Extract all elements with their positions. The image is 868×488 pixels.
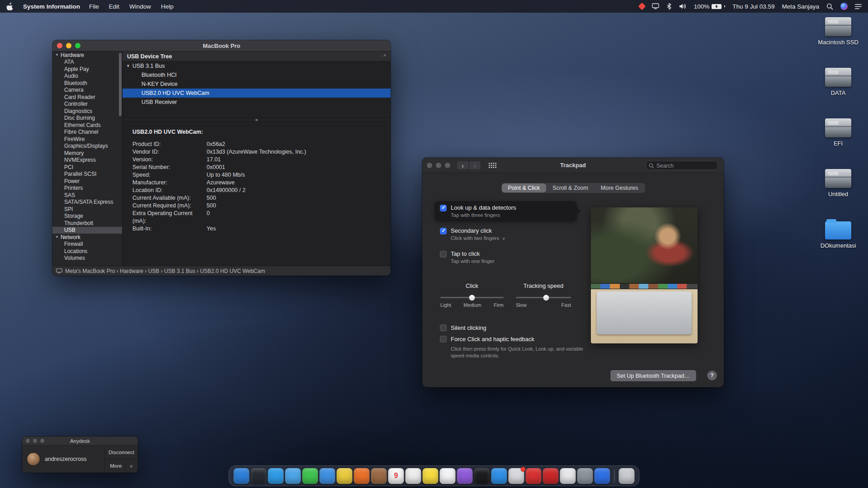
sysinfo-titlebar[interactable]: MacBook Pro xyxy=(52,40,391,52)
notification-center-icon[interactable] xyxy=(855,4,862,9)
show-all-preferences-icon[interactable] xyxy=(488,162,497,169)
sidebar-item[interactable]: SPI xyxy=(52,206,122,213)
slider-thumb[interactable] xyxy=(469,295,475,300)
trackpad-option[interactable]: Tap to click Tap with one finger xyxy=(434,247,577,267)
setup-bluetooth-trackpad-button[interactable]: Set Up Bluetooth Trackpad… xyxy=(610,370,696,381)
sidebar-item[interactable]: Storage xyxy=(52,213,122,220)
pane-splitter[interactable] xyxy=(123,118,391,122)
option-sub-label[interactable]: Click with two fingers xyxy=(451,235,505,241)
menu-item[interactable]: Window xyxy=(129,3,151,10)
sidebar-section-network[interactable]: Network xyxy=(52,234,122,241)
minimize-button[interactable] xyxy=(66,43,71,48)
active-app-name[interactable]: System Information xyxy=(23,3,80,10)
checkbox[interactable] xyxy=(440,251,447,258)
usb-tree-row[interactable]: USB Receiver xyxy=(123,98,391,107)
sidebar-item[interactable]: Volumes xyxy=(52,255,122,262)
zoom-button[interactable] xyxy=(75,43,80,48)
mail[interactable] xyxy=(285,468,301,484)
trackpad-tab[interactable]: Scroll & Zoom xyxy=(546,183,594,192)
preferences-search-field[interactable] xyxy=(646,161,717,170)
music[interactable] xyxy=(440,468,456,484)
books[interactable] xyxy=(371,468,387,484)
spotlight-icon[interactable] xyxy=(826,3,833,10)
user-switch-menu[interactable]: Meta Sanjaya xyxy=(782,3,819,10)
close-button[interactable] xyxy=(26,439,30,443)
finder[interactable] xyxy=(234,468,250,484)
calendar[interactable]: 9 xyxy=(388,468,404,484)
option-sub-label[interactable]: Tap with one finger xyxy=(451,258,495,264)
bluetooth-icon[interactable] xyxy=(666,3,672,10)
sidebar-item[interactable]: USB xyxy=(52,227,122,234)
sidebar-item[interactable]: NVMExpress xyxy=(52,157,122,164)
sidebar-item[interactable]: Card Reader xyxy=(52,94,122,101)
usb-tree-row[interactable]: N-KEY Device xyxy=(123,80,391,89)
minimize-button[interactable] xyxy=(436,163,441,168)
back-button[interactable] xyxy=(457,161,469,170)
tv[interactable] xyxy=(474,468,490,484)
checkbox[interactable] xyxy=(440,336,447,343)
trackpad-option[interactable]: Look up & data detectors Tap with three … xyxy=(434,201,577,221)
sidebar-item[interactable]: FireWire xyxy=(52,136,122,143)
disconnect-button[interactable]: Disconnect xyxy=(105,446,138,460)
forward-button[interactable] xyxy=(469,161,481,170)
app-store[interactable] xyxy=(491,468,507,484)
siri[interactable] xyxy=(251,468,267,484)
trackpad-extra-option[interactable]: Force Click and haptic feedback xyxy=(440,335,589,343)
drive-untitled[interactable]: Untitled xyxy=(812,169,864,206)
utility-app[interactable] xyxy=(577,468,593,484)
battery-indicator[interactable]: 100% xyxy=(694,3,726,10)
trackpad-option[interactable]: Secondary click Click with two fingers xyxy=(434,224,577,244)
trackpad-extra-option[interactable]: Silent clicking xyxy=(440,324,589,331)
sidebar-item[interactable]: Graphics/Displays xyxy=(52,143,122,150)
anydesk-menu-icon[interactable] xyxy=(639,4,645,9)
blue-app[interactable] xyxy=(594,468,610,484)
tracking-speed-slider[interactable] xyxy=(516,297,571,298)
close-button[interactable] xyxy=(57,43,62,48)
sidebar-item[interactable]: Thunderbolt xyxy=(52,220,122,227)
sidebar-item[interactable]: Diagnostics xyxy=(52,108,122,115)
firefox[interactable] xyxy=(354,468,370,484)
slider-thumb[interactable] xyxy=(543,295,549,300)
volume-icon[interactable] xyxy=(679,3,687,9)
automator[interactable] xyxy=(560,468,576,484)
folder-dokumentasi[interactable]: DOkumentasi xyxy=(812,220,864,257)
chrome[interactable] xyxy=(337,468,353,484)
sidebar-item[interactable]: Power xyxy=(52,178,122,185)
checkbox[interactable] xyxy=(440,228,447,235)
checkbox[interactable] xyxy=(440,205,447,211)
messages[interactable] xyxy=(320,468,335,484)
menu-item[interactable]: Help xyxy=(161,3,174,10)
adobe-app[interactable] xyxy=(543,468,559,484)
drive-data[interactable]: DATA xyxy=(812,68,864,105)
sidebar-item[interactable]: Parallel SCSI xyxy=(52,171,122,178)
sidebar-item[interactable]: SATA/SATA Express xyxy=(52,199,122,206)
pages[interactable] xyxy=(406,468,421,484)
scrollbar-thumb[interactable] xyxy=(119,53,122,116)
stickies[interactable] xyxy=(423,468,439,484)
sidebar-item[interactable]: Apple Pay xyxy=(52,66,122,73)
sidebar-item[interactable]: Memory xyxy=(52,150,122,157)
drive-macintosh-ssd[interactable]: Macintosh SSD xyxy=(812,17,864,54)
menu-bar-clock[interactable]: Thu 9 Jul 03.59 xyxy=(732,3,774,10)
safari[interactable] xyxy=(268,468,284,484)
sidebar-item[interactable]: Controller xyxy=(52,101,122,108)
display-icon[interactable] xyxy=(652,3,659,9)
podcasts[interactable] xyxy=(457,468,473,484)
sidebar-item[interactable]: Locations xyxy=(52,248,122,255)
trash[interactable] xyxy=(619,468,635,484)
usb-tree-row[interactable]: Bluetooth HCI xyxy=(123,70,391,80)
trackpad-tab[interactable]: Point & Click xyxy=(501,183,546,192)
sidebar-item[interactable]: SAS xyxy=(52,192,122,199)
menu-item[interactable]: File xyxy=(89,3,99,10)
help-button[interactable]: ? xyxy=(707,371,717,380)
zoom-button[interactable] xyxy=(445,163,450,168)
minimize-button[interactable] xyxy=(33,439,37,443)
sidebar-item[interactable]: Fibre Channel xyxy=(52,129,122,136)
more-button[interactable]: More xyxy=(105,460,138,473)
apple-menu-icon[interactable] xyxy=(6,3,13,10)
menu-item[interactable]: Edit xyxy=(109,3,119,10)
adobe-acrobat[interactable] xyxy=(526,468,542,484)
sidebar-item[interactable]: Camera xyxy=(52,87,122,94)
sidebar-item[interactable]: Audio xyxy=(52,73,122,80)
sidebar-section-hardware[interactable]: Hardware xyxy=(52,52,122,59)
